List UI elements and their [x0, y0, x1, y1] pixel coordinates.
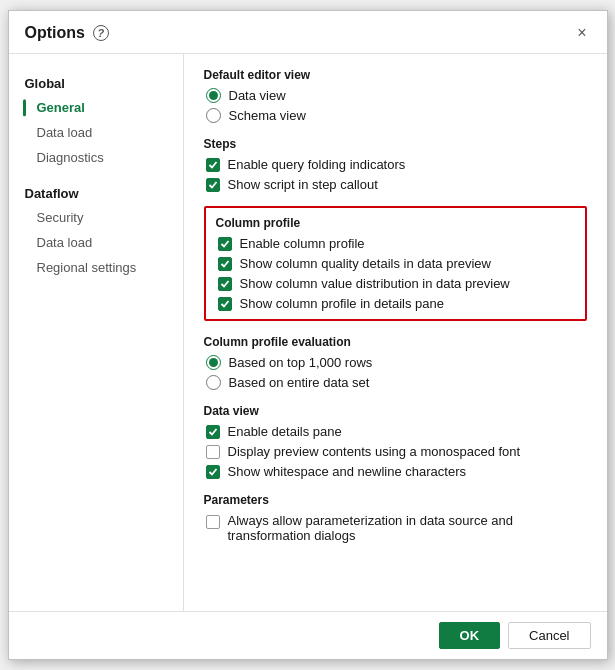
radio-data-view-label: Data view: [229, 88, 286, 103]
column-profile-label: Column profile: [216, 216, 575, 230]
sidebar: Global General Data load Diagnostics Dat…: [9, 54, 184, 611]
checkbox-enable-details-pane[interactable]: [206, 425, 220, 439]
checkbox-monospaced-font[interactable]: [206, 445, 220, 459]
radio-row-schema-view: Schema view: [206, 108, 587, 123]
checkbox-whitespace-newline-label: Show whitespace and newline characters: [228, 464, 466, 479]
checkbox-row-whitespace-newline: Show whitespace and newline characters: [206, 464, 587, 479]
checkbox-script-step[interactable]: [206, 178, 220, 192]
column-profile-eval-label: Column profile evaluation: [204, 335, 587, 349]
section-column-profile-eval: Column profile evaluation Based on top 1…: [204, 335, 587, 390]
dialog-title: Options: [25, 24, 85, 42]
sidebar-dataflow-label: Dataflow: [9, 180, 183, 205]
cancel-button[interactable]: Cancel: [508, 622, 590, 649]
radio-schema-view[interactable]: [206, 108, 221, 123]
checkbox-script-step-label: Show script in step callout: [228, 177, 378, 192]
checkbox-allow-parameterization-label: Always allow parameterization in data so…: [228, 513, 587, 543]
dialog-footer: OK Cancel: [9, 611, 607, 659]
radio-entire-dataset[interactable]: [206, 375, 221, 390]
checkbox-allow-parameterization[interactable]: [206, 515, 220, 529]
checkbox-profile-details-pane[interactable]: [218, 297, 232, 311]
checkbox-enable-col-profile[interactable]: [218, 237, 232, 251]
parameters-checkboxes: Always allow parameterization in data so…: [204, 513, 587, 543]
steps-checkboxes: Enable query folding indicators Show scr…: [204, 157, 587, 192]
title-bar: Options ? ×: [9, 11, 607, 54]
parameters-label: Parameters: [204, 493, 587, 507]
dialog-body: Global General Data load Diagnostics Dat…: [9, 54, 607, 611]
checkbox-query-folding-label: Enable query folding indicators: [228, 157, 406, 172]
options-dialog: Options ? × Global General Data load Dia…: [8, 10, 608, 660]
radio-schema-view-label: Schema view: [229, 108, 306, 123]
checkbox-enable-details-pane-label: Enable details pane: [228, 424, 342, 439]
checkbox-row-quality-details: Show column quality details in data prev…: [218, 256, 575, 271]
steps-label: Steps: [204, 137, 587, 151]
checkbox-row-value-distribution: Show column value distribution in data p…: [218, 276, 575, 291]
checkbox-row-allow-parameterization: Always allow parameterization in data so…: [206, 513, 587, 543]
ok-button[interactable]: OK: [439, 622, 501, 649]
default-editor-view-options: Data view Schema view: [204, 88, 587, 123]
checkbox-query-folding[interactable]: [206, 158, 220, 172]
section-default-editor-view: Default editor view Data view Schema vie…: [204, 68, 587, 123]
radio-data-view[interactable]: [206, 88, 221, 103]
sidebar-item-general[interactable]: General: [9, 95, 183, 120]
checkbox-monospaced-font-label: Display preview contents using a monospa…: [228, 444, 521, 459]
checkbox-quality-details-label: Show column quality details in data prev…: [240, 256, 491, 271]
checkbox-value-distribution[interactable]: [218, 277, 232, 291]
sidebar-item-diagnostics[interactable]: Diagnostics: [9, 145, 183, 170]
main-content: Default editor view Data view Schema vie…: [184, 54, 607, 611]
checkbox-enable-col-profile-label: Enable column profile: [240, 236, 365, 251]
radio-row-entire-dataset: Based on entire data set: [206, 375, 587, 390]
section-steps: Steps Enable query folding indicators Sh…: [204, 137, 587, 192]
section-column-profile: Column profile Enable column profile Sho…: [204, 206, 587, 321]
sidebar-item-regional-settings[interactable]: Regional settings: [9, 255, 183, 280]
close-button[interactable]: ×: [573, 23, 590, 43]
radio-top-1000[interactable]: [206, 355, 221, 370]
section-data-view: Data view Enable details pane Display pr…: [204, 404, 587, 479]
checkbox-quality-details[interactable]: [218, 257, 232, 271]
radio-row-data-view: Data view: [206, 88, 587, 103]
data-view-checkboxes: Enable details pane Display preview cont…: [204, 424, 587, 479]
sidebar-item-security[interactable]: Security: [9, 205, 183, 230]
section-parameters: Parameters Always allow parameterization…: [204, 493, 587, 543]
checkbox-row-script-step: Show script in step callout: [206, 177, 587, 192]
checkbox-value-distribution-label: Show column value distribution in data p…: [240, 276, 510, 291]
checkbox-row-enable-col-profile: Enable column profile: [218, 236, 575, 251]
help-icon[interactable]: ?: [93, 25, 109, 41]
checkbox-row-monospaced-font: Display preview contents using a monospa…: [206, 444, 587, 459]
sidebar-item-data-load-df[interactable]: Data load: [9, 230, 183, 255]
checkbox-row-query-folding: Enable query folding indicators: [206, 157, 587, 172]
checkbox-profile-details-pane-label: Show column profile in details pane: [240, 296, 445, 311]
checkbox-row-enable-details-pane: Enable details pane: [206, 424, 587, 439]
column-profile-checkboxes: Enable column profile Show column qualit…: [216, 236, 575, 311]
data-view-label: Data view: [204, 404, 587, 418]
checkbox-row-profile-details-pane: Show column profile in details pane: [218, 296, 575, 311]
sidebar-global-label: Global: [9, 70, 183, 95]
sidebar-item-data-load[interactable]: Data load: [9, 120, 183, 145]
radio-entire-dataset-label: Based on entire data set: [229, 375, 370, 390]
checkbox-whitespace-newline[interactable]: [206, 465, 220, 479]
default-editor-view-label: Default editor view: [204, 68, 587, 82]
radio-row-top-1000: Based on top 1,000 rows: [206, 355, 587, 370]
column-profile-eval-options: Based on top 1,000 rows Based on entire …: [204, 355, 587, 390]
radio-top-1000-label: Based on top 1,000 rows: [229, 355, 373, 370]
